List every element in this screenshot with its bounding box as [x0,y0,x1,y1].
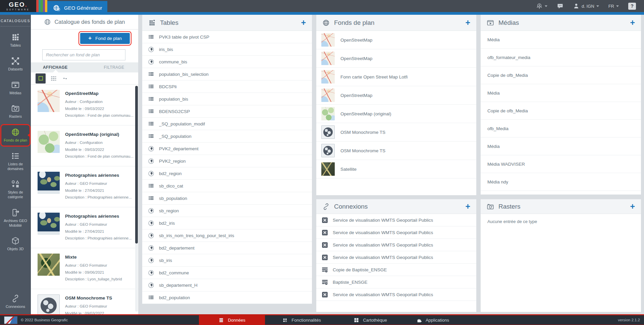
tab-affichage[interactable]: AFFICHAGE [43,65,68,70]
language-menu-button[interactable]: FR [608,4,619,9]
footer-tab-applications[interactable]: Applications [402,315,463,325]
fond-row[interactable]: OpenStreetMap (original) [316,105,476,123]
grid-view-button[interactable] [36,73,46,84]
table-row[interactable]: _SQ_population_modif [142,118,312,130]
fond-row[interactable]: Satellite [316,160,476,178]
table-row[interactable]: PVK2_region [142,155,312,167]
table-name: bd2_region [159,171,182,176]
fond-de-plan-card[interactable]: Photographies aériennes Auteur : GEO For… [31,207,138,248]
media-name: Copie de ofb_Media [487,108,528,113]
media-row[interactable]: Copie de ofb_Media [481,102,641,120]
table-row[interactable]: bd2_departement [142,242,312,254]
connexion-row[interactable]: Service de visualisation WMTS Geoportail… [316,288,476,301]
media-name: Média [487,37,500,42]
media-row[interactable]: Média [481,138,641,155]
sidebar-item[interactable]: Styles de catégorie [0,176,31,203]
user-menu-button[interactable]: d. IGN [573,3,599,9]
table-row[interactable]: iris_bis [142,43,312,56]
table-row[interactable]: sb_departement_H [142,279,312,291]
table-row[interactable]: PVK3 table de pivot CSP [142,31,312,43]
fond-row[interactable]: OSM Monochrome TS [316,142,476,160]
connexion-row[interactable]: Service de visualisation WMTS Geoportail… [316,226,476,239]
sidebar-item[interactable]: Archives GEO Mobilité [0,205,31,232]
fond-de-plan-card[interactable]: OSM Monochrome TS Auteur : GEO Formateur… [31,289,138,314]
add-fond-de-plan-button[interactable]: + Fond de plan [80,33,130,44]
table-row[interactable]: commune_bis [142,56,312,68]
table-row[interactable]: BDENSG2CSP [142,105,312,118]
fonds-de-plan-panel: Fonds de plan + OpenStreetMap OpenStreet… [316,15,476,195]
user-icon [573,3,580,9]
table-row[interactable]: sb_iris [142,254,312,267]
fond-de-plan-card[interactable]: Mixte Auteur : GEO Formateur Modifié le … [31,248,138,289]
add-media-button[interactable]: + [630,18,635,27]
search-input[interactable] [42,49,125,60]
fond-modified-date: Modifié le : 09/03/2022 [65,146,133,153]
footer-tab-fonctionnalites[interactable]: Fonctionnalités [265,315,338,325]
connexion-row[interactable]: Service de visualisation WMTS Geoportail… [316,239,476,251]
media-row[interactable]: Média [481,84,641,102]
media-row[interactable]: Média WADVISER [481,155,641,173]
sidebar-item[interactable]: Fonds de plan [0,124,31,147]
fond-thumbnail [321,52,335,65]
connexion-row[interactable]: Service de visualisation WMTS Geoportail… [316,251,476,264]
table-row[interactable]: bd2_iris [142,217,312,229]
table-row[interactable]: population_bis [142,93,312,105]
table-row[interactable]: sb_dico_cat [142,180,312,192]
table-row[interactable]: sb_iris_nom_tres_long_pour_test_iris [142,229,312,242]
sidebar-item[interactable]: Tables [0,29,31,52]
table-row[interactable]: bd2_population [142,291,312,304]
empty-state-text: Aucune entrée de ce type [481,214,641,229]
share-menu-button[interactable] [536,3,547,9]
table-row[interactable]: PVK2_departement [142,143,312,155]
fond-row[interactable]: OpenStreetMap [316,31,476,49]
sidebar-item[interactable]: Listes de domaines [0,148,31,175]
help-button[interactable]: ? [628,3,636,10]
table-name: population_bis [159,97,188,102]
chevron-down-icon [616,5,619,7]
fond-author: Auteur : GEO Formateur [65,180,132,187]
add-table-button[interactable]: + [301,18,306,27]
sort-button[interactable] [62,75,68,82]
footer-tab-donnees[interactable]: Données [199,315,265,325]
sidebar-item[interactable]: Médias [0,77,31,99]
media-row[interactable]: Média ndy [481,173,641,191]
connexion-row[interactable]: Service de visualisation WMTS Geoportail… [316,214,476,226]
sidebar-item[interactable]: Datasets [0,53,31,75]
fond-row[interactable]: Fonn carte Open Street Map Lotfi [316,68,476,86]
media-row[interactable]: ofb_Media [481,120,641,138]
add-fond-button[interactable]: + [465,18,470,27]
sidebar-item[interactable]: Connexions [0,290,31,313]
table-row[interactable]: population_bis_selection [142,68,312,80]
fond-description: Description : Fond de plan communau... [65,153,133,160]
table-row[interactable]: bd2_region [142,167,312,180]
fond-row[interactable]: OSM Monochrome TS [316,123,476,142]
tab-filtrage[interactable]: FILTRAGE [104,65,124,70]
geo-software-logo: GEO. SOFTWARE [0,0,36,12]
table-row[interactable]: sb_population [142,192,312,205]
chat-button[interactable] [557,3,564,9]
app-tab-geo-generateur[interactable]: GEO Générateur [47,1,107,15]
table-row[interactable]: _SQ_population [142,130,312,143]
media-row[interactable]: Média [481,31,641,49]
add-button-row: + Fond de plan [31,30,138,47]
table-row[interactable]: bd2_commune [142,267,312,279]
fond-row[interactable]: OpenStreetMap [316,49,476,68]
fond-de-plan-card[interactable]: OpenStreetMap Auteur : Configuration Mod… [31,85,138,125]
connexion-row[interactable]: Copie de Baptiste_ENSGE [316,264,476,276]
sidebar-item[interactable]: Objets 3D [0,233,31,255]
add-connexion-button[interactable]: + [465,202,470,211]
fond-de-plan-card[interactable]: Photographies aériennes Auteur : GEO For… [31,166,138,207]
scrollbar-thumb[interactable] [135,86,138,243]
list-view-button[interactable] [50,75,57,82]
media-row[interactable]: Copie de ofb_Media [481,66,641,84]
table-name: sb_iris [159,258,172,263]
fond-de-plan-card[interactable]: OpenStreetMap (original) Auteur : Config… [31,125,138,166]
add-raster-button[interactable]: + [630,202,635,211]
media-row[interactable]: ofb_formateur_media [481,49,641,66]
fond-row[interactable]: OpenStreetMap [316,86,476,105]
connexion-row[interactable]: Baptiste_ENSGE [316,276,476,288]
footer-tab-cartotheque[interactable]: Cartothèque [338,315,402,325]
sidebar-item[interactable]: Rasters [0,100,31,123]
table-row[interactable]: sb_region [142,205,312,217]
table-row[interactable]: BDCSPli [142,80,312,93]
